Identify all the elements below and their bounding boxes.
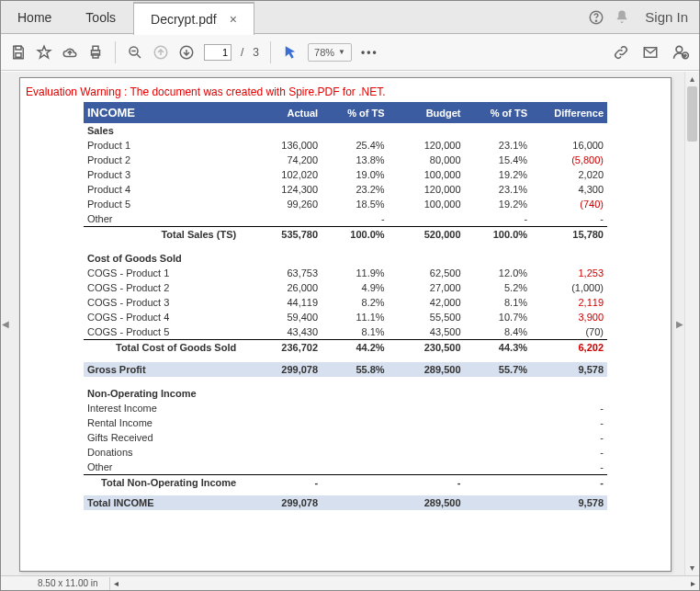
table-row: Other-: [84, 460, 607, 475]
col-pct-ts: % of TS: [322, 102, 389, 123]
status-bar: 8.50 x 11.00 in ◂ ▸: [1, 575, 699, 590]
more-icon[interactable]: •••: [361, 46, 378, 59]
tab-label: Home: [17, 10, 51, 25]
close-tab-icon[interactable]: ×: [230, 12, 237, 27]
total-cogs-row: Total Cost of Goods Sold236,70244.2%230,…: [84, 340, 607, 356]
toolbar: / 3 78%▼ •••: [1, 34, 699, 71]
zoom-dropdown[interactable]: 78%▼: [308, 43, 352, 62]
table-row: Product 274,20013.8%80,00015.4%(5,800): [84, 153, 607, 167]
table-row: COGS - Product 543,4308.1%43,5008.4%(70): [84, 324, 607, 340]
page-total: 3: [253, 46, 259, 59]
scroll-down-icon[interactable]: ▾: [685, 561, 699, 575]
bell-icon[interactable]: [614, 9, 630, 26]
save-icon[interactable]: [10, 44, 27, 61]
zoom-out-icon[interactable]: [127, 44, 143, 61]
col-difference: Difference: [531, 102, 607, 123]
tab-document[interactable]: Decrypt.pdf ×: [133, 2, 254, 35]
tab-tools[interactable]: Tools: [69, 1, 133, 34]
horizontal-scrollbar[interactable]: ◂ ▸: [109, 577, 699, 590]
account-icon[interactable]: [672, 43, 690, 62]
col-pct-ts-2: % of TS: [465, 102, 532, 123]
tab-home[interactable]: Home: [1, 1, 69, 34]
tab-label: Tools: [85, 10, 116, 25]
panel-handle-left[interactable]: ◀: [2, 305, 9, 342]
table-row: Rental Income-: [84, 415, 607, 430]
help-icon[interactable]: [588, 9, 604, 26]
col-budget: Budget: [389, 102, 465, 123]
svg-rect-5: [93, 46, 98, 51]
page-dimensions: 8.50 x 11.00 in: [1, 578, 109, 588]
hscroll-left-icon[interactable]: ◂: [110, 577, 123, 590]
income-table: INCOME Actual % of TS Budget % of TS Dif…: [84, 102, 607, 510]
table-row: COGS - Product 344,1198.2%42,0008.1%2,11…: [84, 295, 607, 310]
total-sales-row: Total Sales (TS)535,780100.0%520,000100.…: [84, 227, 607, 243]
table-row: Product 599,26018.5%100,00019.2%(740): [84, 197, 607, 211]
svg-rect-3: [16, 52, 21, 57]
table-header: INCOME Actual % of TS Budget % of TS Dif…: [84, 102, 607, 123]
vertical-scrollbar[interactable]: ▴ ▾: [684, 72, 699, 575]
scroll-thumb[interactable]: [687, 86, 697, 142]
table-row: Product 1136,00025.4%120,00023.1%16,000: [84, 138, 607, 153]
evaluation-warning: Evaluation Warning : The document was cr…: [20, 78, 671, 102]
svg-line-8: [137, 54, 141, 58]
pdf-page: Evaluation Warning : The document was cr…: [19, 77, 672, 572]
share-link-icon[interactable]: [613, 44, 629, 61]
total-nonop-row: Total Non-Operating Income---: [84, 475, 607, 491]
total-income-row: Total INCOME299,078289,5009,578: [84, 495, 607, 510]
cloud-upload-icon[interactable]: [62, 44, 78, 61]
scroll-up-icon[interactable]: ▴: [685, 72, 699, 86]
section-sales: Sales: [84, 123, 607, 138]
table-row: COGS - Product 459,40011.1%55,50010.7%3,…: [84, 310, 607, 324]
star-icon[interactable]: [36, 44, 52, 61]
tab-bar: Home Tools Decrypt.pdf × Sign In: [1, 1, 699, 34]
table-row: Product 4124,30023.2%120,00023.1%4,300: [84, 182, 607, 197]
email-icon[interactable]: [642, 44, 659, 61]
table-row: Product 3102,02019.0%100,00019.2%2,020: [84, 167, 607, 182]
print-icon[interactable]: [87, 44, 104, 61]
table-row: COGS - Product 226,0004.9%27,0005.2%(1,0…: [84, 280, 607, 295]
table-row: COGS - Product 163,75311.9%62,50012.0%1,…: [84, 266, 607, 280]
table-row: Donations-: [84, 445, 607, 460]
gross-profit-row: Gross Profit299,07855.8%289,50055.7%9,57…: [84, 362, 607, 377]
select-tool-icon[interactable]: [282, 44, 299, 61]
table-row: Gifts Received-: [84, 430, 607, 445]
page-number-input[interactable]: [204, 44, 231, 61]
svg-rect-2: [16, 46, 21, 50]
table-row: Other---: [84, 211, 607, 227]
svg-point-13: [676, 46, 683, 52]
chevron-down-icon: ▼: [338, 48, 345, 56]
panel-handle-right[interactable]: ▶: [676, 305, 683, 342]
page-separator: /: [241, 46, 243, 59]
section-cogs: Cost of Goods Sold: [84, 251, 607, 266]
document-viewport: ◀ ▶ Evaluation Warning : The document wa…: [1, 72, 699, 575]
prev-page-icon[interactable]: [152, 44, 169, 61]
svg-point-1: [596, 20, 597, 21]
table-row: Interest Income-: [84, 401, 607, 415]
hscroll-right-icon[interactable]: ▸: [686, 577, 699, 590]
zoom-value: 78%: [314, 47, 334, 58]
sign-in-link[interactable]: Sign In: [645, 9, 688, 25]
section-nonop: Non-Operating Income: [84, 386, 607, 401]
col-income: INCOME: [84, 102, 245, 123]
next-page-icon[interactable]: [178, 44, 195, 61]
col-actual: Actual: [245, 102, 322, 123]
tab-label: Decrypt.pdf: [151, 12, 217, 27]
